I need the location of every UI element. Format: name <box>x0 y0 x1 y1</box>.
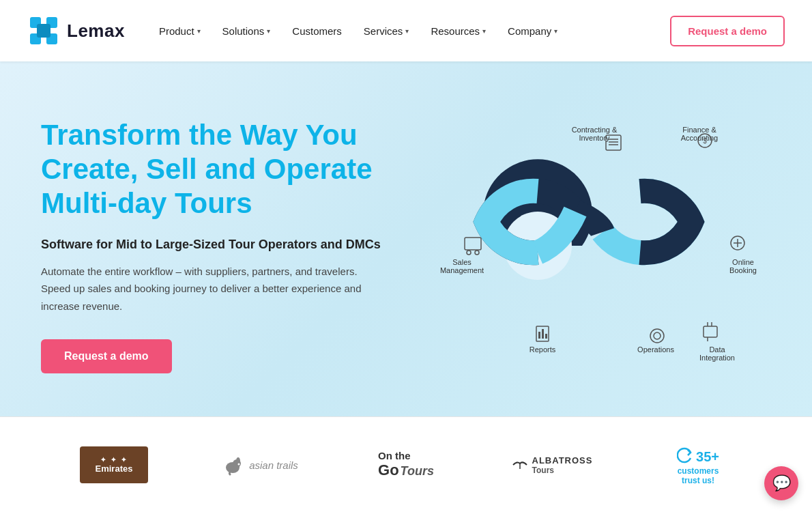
svg-text:Operations: Operations <box>637 345 674 354</box>
trust-counter: 35+ customers trust us! <box>625 438 771 492</box>
logo-text: Lemax <box>67 20 125 42</box>
nav-item-resources[interactable]: Resources ▾ <box>421 20 495 42</box>
navigation: Lemax Product ▾ Solutions ▾ Customers Se… <box>0 0 812 61</box>
svg-text:Sales: Sales <box>452 258 472 266</box>
chevron-down-icon: ▾ <box>554 27 557 35</box>
hero-diagram: $ <box>406 109 771 382</box>
chevron-down-icon: ▾ <box>267 27 270 35</box>
hero-description: Automate the entire workflow – with supp… <box>41 263 368 315</box>
bird-icon <box>512 457 528 473</box>
svg-text:Reports: Reports <box>529 345 555 354</box>
nav-links: Product ▾ Solutions ▾ Customers Services… <box>149 20 670 42</box>
svg-rect-24 <box>704 326 717 337</box>
trust-label: customers <box>678 466 719 476</box>
chevron-down-icon: ▾ <box>197 27 201 35</box>
svg-text:Inventory: Inventory <box>579 134 610 142</box>
customers-strip: ✦ ✦ ✦ Emirates asian trails On the Go To… <box>0 416 812 513</box>
logo-icon <box>27 14 60 47</box>
chat-icon: 💬 <box>772 474 791 492</box>
svg-point-43 <box>238 463 240 466</box>
asian-trails-logo: asian trails <box>187 447 333 483</box>
chevron-down-icon: ▾ <box>482 27 486 35</box>
nav-item-company[interactable]: Company ▾ <box>498 20 567 42</box>
svg-rect-19 <box>538 332 540 339</box>
svg-point-42 <box>236 457 240 464</box>
logo-link[interactable]: Lemax <box>27 14 125 47</box>
svg-rect-20 <box>542 329 544 339</box>
diagram-svg: $ <box>418 116 759 375</box>
nav-item-services[interactable]: Services ▾ <box>354 20 419 42</box>
hero-subtitle: Software for Mid to Large-Sized Tour Ope… <box>41 238 406 252</box>
svg-point-14 <box>475 251 479 255</box>
hero-content: Transform the Way You Create, Sell and O… <box>41 118 406 374</box>
platform-diagram: $ <box>418 116 759 375</box>
nav-item-customers[interactable]: Customers <box>282 20 351 42</box>
chevron-down-icon: ▾ <box>405 27 409 35</box>
trust-count: 35+ <box>696 444 719 466</box>
emirates-logo: ✦ ✦ ✦ Emirates <box>41 440 187 490</box>
hero-request-demo-button[interactable]: Request a demo <box>41 339 172 373</box>
svg-text:Online: Online <box>732 258 754 266</box>
svg-text:Booking: Booking <box>729 266 757 274</box>
svg-point-22 <box>650 329 664 343</box>
arrow-icon <box>677 447 693 463</box>
hero-section: Transform the Way You Create, Sell and O… <box>0 61 812 416</box>
svg-text:Management: Management <box>439 266 483 274</box>
svg-text:Data: Data <box>709 345 725 354</box>
nav-item-product[interactable]: Product ▾ <box>149 20 210 42</box>
svg-text:Contracting &: Contracting & <box>571 126 617 134</box>
svg-rect-12 <box>465 238 481 250</box>
svg-point-13 <box>467 251 471 255</box>
chat-button[interactable]: 💬 <box>764 466 798 500</box>
svg-rect-21 <box>545 334 547 339</box>
hero-title: Transform the Way You Create, Sell and O… <box>41 118 406 221</box>
svg-text:Finance &: Finance & <box>682 126 716 134</box>
svg-text:Integration: Integration <box>699 354 735 362</box>
on-the-go-logo: On the Go Tours <box>333 444 479 487</box>
svg-rect-4 <box>37 24 50 38</box>
svg-text:Accounting: Accounting <box>680 134 717 142</box>
trust-sublabel: trust us! <box>682 476 714 485</box>
albatross-logo: ALBATROSS Tours <box>479 448 625 482</box>
elephant-icon <box>222 454 244 476</box>
nav-request-demo-button[interactable]: Request a demo <box>670 16 785 46</box>
svg-point-23 <box>654 332 661 339</box>
nav-item-solutions[interactable]: Solutions ▾ <box>213 20 280 42</box>
